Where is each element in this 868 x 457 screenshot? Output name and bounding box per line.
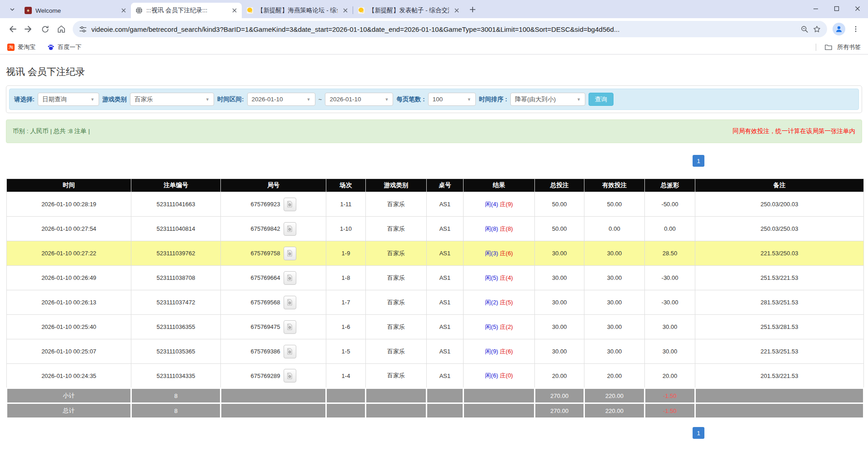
tab-title: 【新提醒】海燕策略论坛 - 综合 — [257, 6, 338, 15]
summary-empty-cell — [695, 403, 864, 418]
result-banker: 庄(6) — [500, 348, 513, 355]
column-header: 游戏类别 — [366, 179, 427, 192]
forum-favicon-icon — [246, 7, 254, 14]
query-type-select[interactable]: 日期查询▼ — [38, 93, 99, 106]
video-replay-button[interactable] — [284, 345, 296, 358]
video-replay-button[interactable] — [284, 247, 296, 260]
maximize-button[interactable] — [826, 0, 847, 17]
video-replay-button[interactable] — [284, 271, 296, 285]
cell-total-bet[interactable]: 50.00 — [535, 217, 584, 241]
round-number: 675769842 — [250, 225, 280, 232]
cell-game-type: 百家乐 — [366, 315, 427, 339]
cell-total-bet[interactable]: 30.00 — [535, 315, 584, 339]
cell-table-number: AS1 — [427, 217, 464, 241]
cell-total-bet[interactable]: 50.00 — [535, 192, 584, 217]
cell-payout: 20.00 — [645, 364, 695, 388]
browser-tab-forum[interactable]: 【新提醒】海燕策略论坛 - 综合 — [242, 3, 353, 18]
round-number: 675769289 — [250, 373, 280, 379]
round-number: 675769923 — [250, 201, 280, 208]
video-replay-button[interactable] — [284, 296, 296, 309]
sort-label: 时间排序 : — [479, 95, 507, 104]
video-replay-button[interactable] — [284, 198, 296, 211]
back-button[interactable] — [5, 21, 20, 37]
url-bar[interactable]: videoie.com/game/betrecord_search/kind3?… — [73, 21, 827, 37]
cell-total-bet[interactable]: 30.00 — [535, 339, 584, 364]
reload-button[interactable] — [37, 21, 53, 37]
cell-total-bet[interactable]: 30.00 — [535, 266, 584, 290]
site-info-icon[interactable] — [79, 25, 87, 33]
caret-down-icon: ▼ — [467, 97, 471, 102]
round-number: 675769386 — [250, 348, 280, 355]
video-replay-button[interactable] — [284, 320, 296, 334]
tab-close-icon[interactable] — [230, 7, 238, 15]
table-header-row: 时间注单编号局号场次游戏类别桌号结果总投注有效投注总派彩备注 — [7, 179, 864, 192]
cell-valid-bet: 50.00 — [584, 192, 645, 217]
cell-total-bet[interactable]: 30.00 — [535, 290, 584, 315]
date-start-select[interactable]: 2026-01-10▼ — [247, 93, 315, 106]
search-button[interactable]: 查询 — [589, 93, 614, 106]
summary-empty-cell — [366, 388, 427, 403]
cell-session: 1-8 — [326, 266, 366, 290]
video-record-icon — [287, 274, 293, 281]
home-button[interactable] — [54, 21, 69, 37]
cell-total-bet[interactable]: 20.00 — [535, 364, 584, 388]
game-type-label: 游戏类别 — [102, 95, 127, 104]
round-number: 675769475 — [250, 323, 280, 330]
tab-search-button[interactable] — [6, 4, 18, 15]
video-replay-button[interactable] — [284, 369, 296, 382]
cell-game-type: 百家乐 — [366, 192, 427, 217]
cell-time: 2026-01-10 00:27:54 — [7, 217, 131, 241]
tab-close-icon[interactable] — [341, 7, 349, 15]
cell-table-number: AS1 — [427, 339, 464, 364]
page-number-button[interactable]: 1 — [693, 427, 704, 439]
summary-empty-cell — [221, 388, 326, 403]
browser-menu-button[interactable] — [848, 21, 863, 37]
all-bookmarks[interactable]: 所有书签 — [816, 43, 861, 51]
caret-down-icon: ▼ — [307, 97, 311, 102]
close-window-button[interactable] — [847, 0, 868, 17]
cell-result: 闲(2) 庄(5) — [464, 290, 535, 315]
tab-close-icon[interactable] — [453, 7, 460, 15]
summary-count: 8 — [131, 403, 221, 418]
back-arrow-icon — [8, 25, 17, 34]
cell-round-id: 675769664 — [221, 266, 326, 290]
video-replay-button[interactable] — [284, 222, 296, 236]
bookmark-star-icon[interactable] — [813, 25, 821, 33]
caret-down-icon: ▼ — [384, 97, 389, 102]
tab-title: Welcome — [35, 7, 116, 14]
summary-valid-bet: 220.00 — [584, 403, 645, 418]
page-number-button[interactable]: 1 — [693, 155, 704, 167]
summary-label: 小计 — [7, 388, 131, 403]
tab-close-icon[interactable] — [120, 7, 127, 15]
cell-session: 1-7 — [326, 290, 366, 315]
zoom-level-icon[interactable] — [801, 25, 808, 33]
cell-round-id: 675769475 — [221, 315, 326, 339]
sort-select[interactable]: 降幂(由大到小)▼ — [510, 93, 585, 106]
video-record-icon — [287, 373, 293, 379]
forum-favicon-icon — [358, 7, 365, 14]
result-player: 闲(2) — [485, 299, 498, 306]
new-tab-button[interactable] — [467, 4, 479, 15]
result-player: 闲(9) — [485, 348, 498, 355]
browser-tab-welcome[interactable]: ♠ Welcome — [20, 3, 131, 18]
date-end-select[interactable]: 2026-01-10▼ — [325, 93, 393, 106]
column-header: 局号 — [221, 179, 326, 192]
bookmark-baidu[interactable]: 百度一下 — [47, 43, 81, 51]
game-type-select[interactable]: 百家乐▼ — [130, 93, 214, 106]
url-text[interactable]: videoie.com/game/betrecord_search/kind3?… — [91, 25, 796, 33]
bookmark-taobao[interactable]: 淘 爱淘宝 — [7, 43, 35, 51]
minimize-button[interactable] — [805, 0, 826, 17]
tilde-separator: ~ — [319, 96, 322, 103]
cell-round-id: 675769289 — [221, 364, 326, 388]
cell-total-bet[interactable]: 30.00 — [535, 241, 584, 266]
forward-button[interactable] — [21, 21, 36, 37]
cell-game-type: 百家乐 — [366, 339, 427, 364]
browser-tab-bet-records[interactable]: :::视讯 会员下注纪录::: — [131, 3, 242, 18]
profile-avatar[interactable] — [833, 23, 845, 35]
page-size-select[interactable]: 100▼ — [428, 93, 476, 106]
video-record-icon — [287, 201, 293, 208]
summary-total-bet: 270.00 — [535, 403, 584, 418]
browser-tab-post[interactable]: 【新提醒】发表帖子 - 综合交流 — [353, 3, 464, 18]
summary-empty-cell — [464, 403, 535, 418]
cell-round-id: 675769386 — [221, 339, 326, 364]
